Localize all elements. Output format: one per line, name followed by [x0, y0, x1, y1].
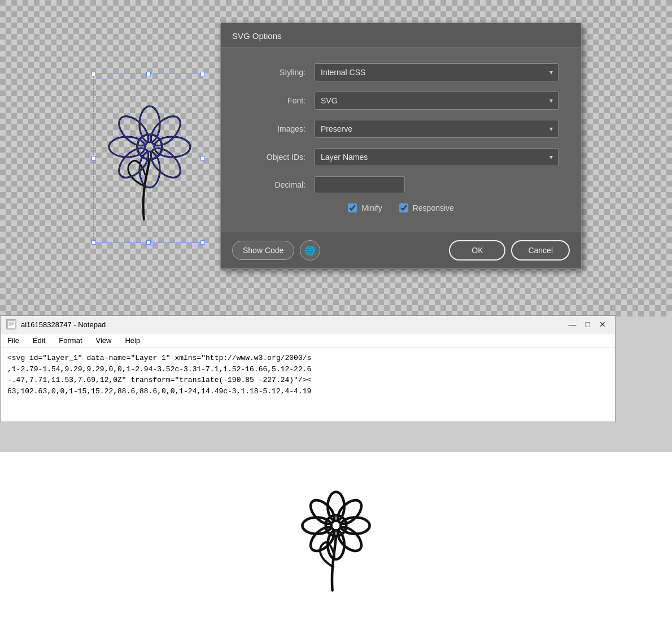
notepad-menubar: File Edit Format View Help — [1, 333, 615, 348]
canvas-flower-area — [93, 73, 203, 243]
dialog-footer: Show Code 🌐 OK Cancel — [221, 232, 581, 268]
svg-point-2 — [146, 111, 186, 151]
notepad-help-menu[interactable]: Help — [123, 335, 142, 346]
object-ids-select[interactable]: Layer Names Minimal Unique IDs — [315, 148, 558, 166]
decimal-label: Decimal: — [243, 180, 306, 189]
bottom-area — [0, 452, 672, 625]
dialog-title: SVG Options — [232, 31, 282, 41]
svg-point-6 — [114, 143, 154, 183]
notepad-line-1: <svg id="Layer_1" data-name="Layer 1" xm… — [7, 353, 608, 364]
styling-label: Styling: — [243, 68, 306, 77]
styling-select[interactable]: Internal CSS Inline Style Presentation A… — [315, 63, 558, 81]
notepad-minimize-button[interactable]: — — [565, 320, 580, 329]
checkboxes-row: Minify Responsive — [243, 203, 558, 212]
responsive-checkbox[interactable] — [399, 203, 408, 212]
notepad-titlebar: ai16158328747 - Notepad — □ ✕ — [1, 316, 615, 333]
notepad-view-menu[interactable]: View — [94, 335, 114, 346]
notepad-edit-menu[interactable]: Edit — [30, 335, 47, 346]
svg-point-25 — [333, 496, 365, 528]
canvas-flower-svg — [93, 73, 203, 243]
ok-button[interactable]: OK — [449, 240, 505, 261]
notepad-close-button[interactable]: ✕ — [596, 320, 609, 329]
images-row: Images: Preserve Link Embed — [243, 120, 558, 138]
svg-point-11 — [146, 111, 186, 151]
svg-point-23 — [326, 515, 347, 536]
minify-label: Minify — [361, 203, 382, 212]
minify-checkbox-label[interactable]: Minify — [348, 203, 382, 212]
show-code-button[interactable]: Show Code — [232, 241, 294, 260]
responsive-checkbox-label[interactable]: Responsive — [399, 203, 454, 212]
notepad-line-3: -.47,7.71,11.53,7.69,12,0Z" transform="t… — [7, 375, 608, 386]
notepad-line-4: 63,102.63,0,0,1-15,15.22,88.6,88.6,0,0,1… — [7, 386, 608, 397]
font-row: Font: SVG Convert to Outline — [243, 92, 558, 110]
dialog-body: Styling: Internal CSS Inline Style Prese… — [221, 47, 581, 232]
notepad-title: ai16158328747 - Notepad — [21, 320, 561, 329]
decimal-row: Decimal: 2 — [243, 176, 558, 193]
notepad-controls: — □ ✕ — [565, 320, 609, 329]
svg-point-4 — [146, 143, 186, 183]
notepad-file-menu[interactable]: File — [5, 335, 21, 346]
svg-point-15 — [114, 143, 154, 183]
images-select[interactable]: Preserve Link Embed — [315, 120, 558, 138]
svg-point-17 — [114, 111, 154, 151]
svg-point-8 — [114, 111, 154, 151]
minify-checkbox[interactable] — [348, 203, 357, 212]
globe-button[interactable]: 🌐 — [300, 240, 320, 261]
svg-point-13 — [146, 143, 186, 183]
notepad-content[interactable]: <svg id="Layer_1" data-name="Layer 1" xm… — [1, 348, 615, 422]
object-ids-label: Object IDs: — [243, 153, 306, 162]
font-select[interactable]: SVG Convert to Outline — [315, 92, 558, 110]
styling-select-wrapper: Internal CSS Inline Style Presentation A… — [315, 63, 558, 81]
images-label: Images: — [243, 124, 306, 133]
responsive-label: Responsive — [413, 203, 454, 212]
font-label: Font: — [243, 96, 306, 105]
svg-point-9 — [137, 134, 162, 159]
decimal-input[interactable]: 2 — [315, 176, 405, 193]
object-ids-select-wrapper: Layer Names Minimal Unique IDs — [315, 148, 558, 166]
svg-point-27 — [333, 523, 365, 555]
notepad-maximize-button[interactable]: □ — [582, 320, 594, 329]
notepad-window: ai16158328747 - Notepad — □ ✕ File Edit … — [0, 315, 616, 422]
bottom-flower-svg — [285, 476, 387, 601]
notepad-line-2: ,1-2.79-1.54,9.29,9.29,0,0,1-2.94-3.52c-… — [7, 364, 608, 375]
images-select-wrapper: Preserve Link Embed — [315, 120, 558, 138]
dialog-titlebar: SVG Options — [221, 23, 581, 47]
object-ids-row: Object IDs: Layer Names Minimal Unique I… — [243, 148, 558, 166]
notepad-icon — [6, 319, 16, 329]
styling-row: Styling: Internal CSS Inline Style Prese… — [243, 63, 558, 81]
svg-point-31 — [306, 496, 338, 528]
globe-icon: 🌐 — [304, 245, 316, 256]
font-select-wrapper: SVG Convert to Outline — [315, 92, 558, 110]
svg-options-dialog: SVG Options Styling: Internal CSS Inline… — [220, 23, 582, 269]
cancel-button[interactable]: Cancel — [511, 240, 570, 261]
notepad-format-menu[interactable]: Format — [56, 335, 84, 346]
